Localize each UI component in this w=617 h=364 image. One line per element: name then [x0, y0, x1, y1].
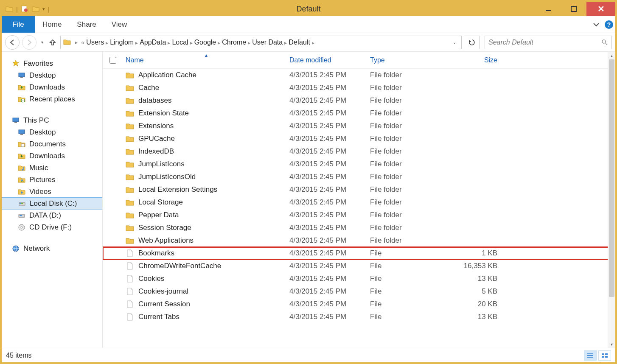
- chevron-right-icon[interactable]: ▸: [73, 39, 79, 45]
- address-overflow[interactable]: «: [81, 39, 84, 46]
- file-name: Current Tabs: [138, 313, 179, 321]
- sidebar-network[interactable]: Network: [2, 243, 102, 255]
- file-row[interactable]: JumpListIcons4/3/2015 2:45 PMFile folder: [103, 158, 615, 171]
- breadcrumb-segment[interactable]: Chrome: [222, 39, 246, 46]
- address-bar[interactable]: ▸ « Users▸Linglom▸AppData▸Local▸Google▸C…: [60, 36, 462, 49]
- breadcrumb-segment[interactable]: Default: [289, 39, 310, 46]
- file-type: File folder: [370, 185, 449, 194]
- minimize-button[interactable]: [536, 2, 561, 16]
- scroll-up-icon[interactable]: ▴: [608, 52, 615, 59]
- chevron-right-icon[interactable]: ▸: [310, 40, 316, 46]
- file-row[interactable]: Local Storage4/3/2015 2:45 PMFile folder: [103, 196, 615, 209]
- sidebar-item[interactable]: Pictures: [2, 174, 102, 186]
- file-row[interactable]: Bookmarks4/3/2015 2:45 PMFile1 KB: [103, 247, 615, 260]
- tab-view[interactable]: View: [104, 16, 135, 33]
- breadcrumb-segment[interactable]: Users: [86, 39, 104, 46]
- sidebar-item[interactable]: Downloads: [2, 150, 102, 162]
- breadcrumb-segment[interactable]: User Data: [252, 39, 283, 46]
- file-name: Extensions: [138, 122, 174, 130]
- back-button[interactable]: [5, 35, 20, 50]
- history-dropdown-icon[interactable]: ▾: [39, 40, 45, 45]
- thumbnails-view-button[interactable]: [598, 350, 611, 361]
- close-button[interactable]: ✕: [586, 2, 615, 16]
- column-header-date[interactable]: Date modified: [289, 56, 370, 64]
- chevron-right-icon[interactable]: ▸: [166, 40, 172, 46]
- scroll-down-icon[interactable]: ▾: [608, 340, 615, 348]
- file-tab[interactable]: File: [2, 16, 35, 33]
- documents-icon: [18, 140, 25, 148]
- details-view-button[interactable]: [584, 350, 597, 361]
- file-row[interactable]: Pepper Data4/3/2015 2:45 PMFile folder: [103, 209, 615, 221]
- file-row[interactable]: JumpListIconsOld4/3/2015 2:45 PMFile fol…: [103, 171, 615, 183]
- search-box[interactable]: [485, 36, 612, 49]
- file-row[interactable]: Extension State4/3/2015 2:45 PMFile fold…: [103, 107, 615, 120]
- sidebar-item[interactable]: Recent places: [2, 93, 102, 105]
- breadcrumb-segment[interactable]: AppData: [140, 39, 166, 46]
- file-row[interactable]: IndexedDB4/3/2015 2:45 PMFile folder: [103, 145, 615, 158]
- search-input[interactable]: [488, 39, 601, 46]
- file-row[interactable]: Application Cache4/3/2015 2:45 PMFile fo…: [103, 69, 615, 81]
- up-button[interactable]: [48, 39, 58, 46]
- tab-share[interactable]: Share: [69, 16, 104, 33]
- file-name: Pepper Data: [138, 211, 179, 219]
- help-button[interactable]: ?: [603, 16, 615, 33]
- ribbon-expand-icon[interactable]: [590, 16, 603, 33]
- navigation-pane[interactable]: Favorites DesktopDownloadsRecent places …: [2, 52, 103, 348]
- sidebar-item[interactable]: Videos: [2, 186, 102, 198]
- breadcrumb-segment[interactable]: Local: [172, 39, 188, 46]
- chevron-right-icon[interactable]: ▸: [104, 40, 110, 46]
- chevron-right-icon[interactable]: ▸: [283, 40, 289, 46]
- sidebar-item[interactable]: Desktop: [2, 70, 102, 81]
- chevron-right-icon[interactable]: ▸: [216, 40, 222, 46]
- file-row[interactable]: databases4/3/2015 2:45 PMFile folder: [103, 94, 615, 107]
- file-date: 4/3/2015 2:45 PM: [289, 96, 370, 105]
- sidebar-item[interactable]: Documents: [2, 138, 102, 150]
- breadcrumb-segment[interactable]: Linglom: [110, 39, 134, 46]
- sidebar-item[interactable]: Desktop: [2, 126, 102, 138]
- address-dropdown-icon[interactable]: ⌄: [450, 40, 459, 45]
- vertical-scrollbar[interactable]: ▴ ▾: [608, 52, 615, 348]
- new-folder-icon[interactable]: [31, 5, 40, 13]
- refresh-button[interactable]: [464, 36, 480, 49]
- file-row[interactable]: Current Session4/3/2015 2:45 PMFile20 KB: [103, 298, 615, 311]
- window-controls: ✕: [536, 2, 615, 16]
- file-row[interactable]: Cookies4/3/2015 2:45 PMFile13 KB: [103, 272, 615, 285]
- sidebar-item[interactable]: CD Drive (F:): [2, 221, 102, 233]
- sidebar-item[interactable]: Music: [2, 162, 102, 174]
- chevron-right-icon[interactable]: ▸: [246, 40, 252, 46]
- properties-icon[interactable]: [20, 5, 29, 13]
- svg-point-21: [21, 227, 22, 228]
- chevron-right-icon[interactable]: ▸: [134, 40, 140, 46]
- chevron-right-icon[interactable]: ▸: [188, 40, 194, 46]
- sidebar-item[interactable]: DATA (D:): [2, 210, 102, 221]
- breadcrumb-segment[interactable]: Google: [194, 39, 216, 46]
- file-row[interactable]: Local Extension Settings4/3/2015 2:45 PM…: [103, 183, 615, 196]
- folder-icon: [126, 173, 134, 181]
- sidebar-this-pc[interactable]: This PC: [2, 115, 102, 126]
- file-row[interactable]: Session Storage4/3/2015 2:45 PMFile fold…: [103, 221, 615, 234]
- select-all-checkbox[interactable]: [103, 57, 123, 64]
- file-row[interactable]: Cookies-journal4/3/2015 2:45 PMFile5 KB: [103, 285, 615, 298]
- sidebar-favorites[interactable]: Favorites: [2, 58, 102, 70]
- file-list[interactable]: Application Cache4/3/2015 2:45 PMFile fo…: [103, 69, 615, 348]
- file-name: Local Extension Settings: [138, 185, 217, 194]
- file-row[interactable]: Web Applications4/3/2015 2:45 PMFile fol…: [103, 234, 615, 247]
- sidebar-item[interactable]: Downloads: [2, 81, 102, 93]
- column-header-size[interactable]: Size: [449, 56, 504, 64]
- quick-access-toolbar: | ▾ |: [2, 5, 49, 13]
- tab-home[interactable]: Home: [35, 16, 69, 33]
- sidebar-item[interactable]: Local Disk (C:): [2, 197, 102, 210]
- qat-dropdown-icon[interactable]: ▾: [42, 6, 45, 12]
- file-icon: [126, 287, 134, 296]
- maximize-button[interactable]: [561, 2, 586, 16]
- file-row[interactable]: Current Tabs4/3/2015 2:45 PMFile13 KB: [103, 311, 615, 323]
- title-bar[interactable]: | ▾ | Default ✕: [2, 2, 615, 16]
- file-row[interactable]: Cache4/3/2015 2:45 PMFile folder: [103, 81, 615, 94]
- column-header-type[interactable]: Type: [370, 56, 449, 64]
- file-row[interactable]: ChromeDWriteFontCache4/3/2015 2:45 PMFil…: [103, 260, 615, 272]
- column-header-name[interactable]: ▴Name: [123, 56, 289, 64]
- forward-button[interactable]: [22, 35, 36, 50]
- file-row[interactable]: Extensions4/3/2015 2:45 PMFile folder: [103, 120, 615, 132]
- scrollbar-thumb[interactable]: [609, 59, 614, 297]
- file-row[interactable]: GPUCache4/3/2015 2:45 PMFile folder: [103, 132, 615, 145]
